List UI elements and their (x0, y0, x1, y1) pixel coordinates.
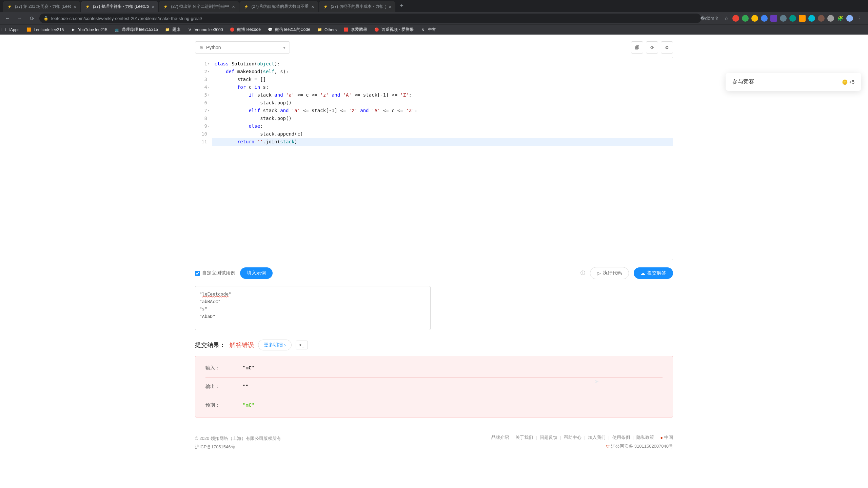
code-line[interactable]: return ''.join(stack) (212, 138, 673, 146)
share-icon[interactable]: ⇪ (713, 15, 720, 22)
code-line[interactable]: stack.pop() (212, 99, 673, 107)
contest-card-points: 🪙 +5 (842, 79, 854, 85)
bookmark-item[interactable]: VVenmo lee3000 (187, 27, 223, 33)
browser-tab[interactable]: ⚡ (27) 和为目标值的最大数目不重 × (239, 1, 318, 12)
new-tab-button[interactable]: + (396, 0, 408, 12)
bookmark-item[interactable]: 📁题库 (165, 27, 180, 33)
browser-tab[interactable]: ⚡ (27) 找出第 N 个二进制字符串中 × (159, 1, 239, 12)
tab-close-icon[interactable]: × (152, 4, 154, 9)
code-line[interactable]: def makeGood(self, s): (212, 68, 673, 76)
editor-code-area[interactable]: class Solution(object): def makeGood(sel… (212, 57, 673, 260)
bookmark-icon: 🟧 (26, 27, 32, 33)
tab-favicon: ⚡ (7, 4, 12, 9)
ext-8-icon[interactable] (799, 15, 806, 22)
ext-3-icon[interactable] (751, 15, 758, 22)
code-line[interactable]: class Solution(object): (212, 60, 673, 68)
extensions-icon[interactable]: 🧩 (837, 15, 844, 22)
back-button[interactable]: ← (3, 14, 12, 23)
ext-2-icon[interactable] (742, 15, 749, 22)
ext-9-icon[interactable] (808, 15, 815, 22)
code-line[interactable]: else: (212, 122, 673, 130)
code-line[interactable]: if stack and 'a' <= c <= 'z' and 'A' <= … (212, 91, 673, 99)
tab-close-icon[interactable]: × (74, 4, 76, 9)
settings-button[interactable]: ⚙ (661, 41, 673, 54)
testcase-textarea[interactable]: "leEeetcode""abBAcC""s""AbaD" (195, 286, 431, 330)
fill-example-button[interactable]: 填入示例 (240, 267, 273, 279)
bookmark-item[interactable]: 📁Others (317, 27, 337, 33)
help-icon[interactable]: ⓘ (580, 270, 585, 276)
bookmark-item[interactable]: ⋮⋮⋮Apps (3, 27, 19, 33)
reload-button[interactable]: ⟳ (27, 14, 37, 23)
bookmark-label: Leetcode lee215 (34, 27, 64, 32)
profile-avatar[interactable] (846, 15, 853, 22)
tab-close-icon[interactable]: × (232, 4, 235, 9)
ext-11-icon[interactable] (827, 15, 834, 22)
browser-tab[interactable]: ⚡ (27) 整理字符串 - 力扣 (LeetCo × (81, 1, 159, 12)
footer-link[interactable]: 帮助中心 (564, 434, 581, 441)
url-text: leetcode-cn.com/contest/weekly-contest-2… (51, 16, 202, 21)
more-details-link[interactable]: 更多明细 › (258, 340, 292, 350)
tab-close-icon[interactable]: × (389, 4, 391, 9)
forward-button[interactable]: → (15, 14, 24, 23)
browser-tab-bar: ⚡ (27) 第 201 场周赛 - 力扣 (Leet ×⚡ (27) 整理字符… (0, 0, 868, 12)
menu-icon[interactable]: ⋮ (856, 15, 863, 22)
bookmark-label: Apps (10, 27, 19, 32)
footer-link[interactable]: 隐私政策 (636, 434, 654, 441)
footer-link[interactable]: 品牌介绍 (491, 434, 509, 441)
region-flag-icon: ● (660, 435, 663, 440)
ext-6-icon[interactable] (780, 15, 787, 22)
bookmark-icon: 📺 (114, 27, 120, 33)
ext-7-icon[interactable] (789, 15, 796, 22)
code-line[interactable]: for c in s: (212, 83, 673, 91)
footer-link[interactable]: 使用条例 (612, 434, 630, 441)
tab-favicon: ⚡ (85, 4, 90, 9)
browser-tab[interactable]: ⚡ (27) 第 201 场周赛 - 力扣 (Leet × (3, 1, 80, 12)
code-line[interactable]: elif stack and 'a' <= stack[-1] <= 'z' a… (212, 107, 673, 115)
reset-code-button[interactable]: ⟳ (646, 41, 658, 54)
region-selector[interactable]: ●中国 (660, 434, 673, 441)
language-label: Python (206, 45, 221, 50)
footer-link[interactable]: 问题反馈 (540, 434, 557, 441)
code-editor[interactable]: 1▾2▾3 4▾5▾6 7▾8 9▾10 11 class Solution(o… (195, 57, 673, 260)
code-line[interactable]: stack.pop() (212, 115, 673, 122)
bookmark-item[interactable]: ▶YouTube lee215 (71, 27, 107, 33)
tab-close-icon[interactable]: × (311, 4, 314, 9)
contest-card-title: 参与竞赛 (732, 78, 754, 85)
bookmark-item[interactable]: 🟧Leetcode lee215 (26, 27, 64, 33)
bookmark-item[interactable]: N牛客 (420, 27, 436, 33)
browser-tab[interactable]: ⚡ (27) 切棍子的最小成本 - 力扣 ( × (319, 1, 396, 12)
result-value: "" (243, 384, 249, 390)
url-bar[interactable]: 🔒 leetcode-cn.com/contest/weekly-contest… (39, 14, 701, 23)
translate-icon[interactable]: �döm (704, 15, 711, 22)
ext-10-icon[interactable] (818, 15, 825, 22)
play-icon: ▷ (597, 270, 601, 276)
ext-4-icon[interactable] (761, 15, 768, 22)
bookmark-item[interactable]: 🟥李爱腾果 (343, 27, 367, 33)
bookmark-item[interactable]: 🔴西瓜视频 - 爱腾果 (374, 27, 414, 33)
contest-float-card[interactable]: 参与竞赛 🪙 +5 (726, 73, 861, 91)
bookmark-icon: ⋮⋮⋮ (3, 27, 8, 33)
ext-5-icon[interactable] (770, 15, 777, 22)
tab-favicon: ⚡ (163, 4, 168, 9)
console-button[interactable]: >_ (296, 341, 308, 349)
tab-title: (27) 和为目标值的最大数目不重 (252, 4, 309, 9)
language-select[interactable]: ⊕ Python (195, 41, 290, 54)
bookmark-item[interactable]: 📺哔哩哔哩 lee215215 (114, 27, 158, 33)
custom-testcase-input[interactable] (195, 271, 200, 276)
bookmark-item[interactable]: 🔴微博 leecode (230, 27, 260, 33)
icp-text: 沪ICP备17051546号 (195, 443, 281, 451)
run-code-button[interactable]: ▷ 执行代码 (590, 267, 629, 279)
footer-link[interactable]: 关于我们 (515, 434, 533, 441)
code-line[interactable]: stack.append(c) (212, 130, 673, 138)
code-line[interactable]: stack = [] (212, 76, 673, 83)
star-icon[interactable]: ☆ (723, 15, 730, 22)
result-key: 输出： (205, 384, 243, 390)
bookmark-code-button[interactable]: 🗐 (631, 41, 643, 54)
bookmark-icon: V (187, 27, 193, 33)
submit-button[interactable]: ☁ 提交解答 (634, 267, 673, 279)
bookmark-item[interactable]: 💬微信 lee215的Code (268, 27, 310, 33)
footer-link[interactable]: 加入我们 (588, 434, 606, 441)
bookmark-label: 西瓜视频 - 爱腾果 (381, 27, 414, 33)
ext-1-icon[interactable] (732, 15, 739, 22)
custom-testcase-checkbox[interactable]: 自定义测试用例 (195, 270, 235, 276)
